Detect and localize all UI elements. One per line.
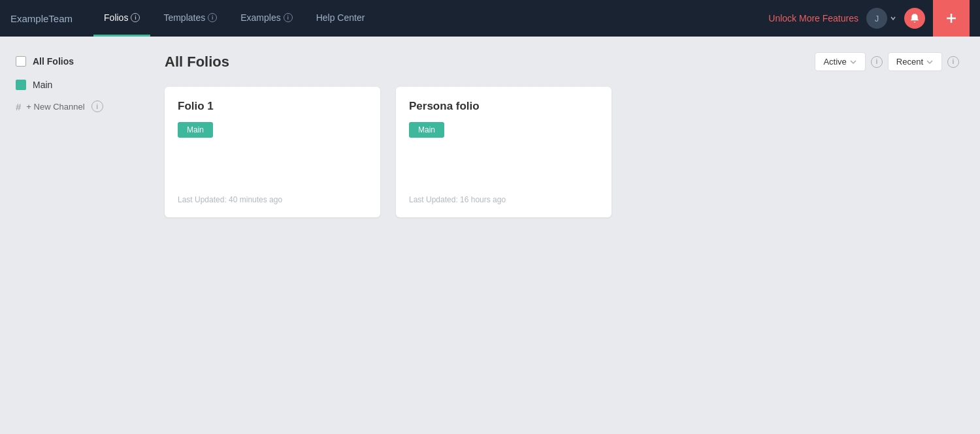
folio-card-1[interactable]: Folio 1 Main Last Updated: 40 minutes ag…: [165, 87, 380, 217]
folios-grid: Folio 1 Main Last Updated: 40 minutes ag…: [165, 87, 959, 217]
plus-icon: [945, 12, 958, 25]
sidebar-all-folios[interactable]: All Folios: [10, 52, 133, 70]
status-filter-info-icon[interactable]: i: [871, 56, 883, 68]
tab-help[interactable]: Help Center: [306, 1, 376, 37]
status-chevron-icon: [849, 58, 857, 66]
folio-card-2-tag: Main: [409, 122, 444, 138]
sidebar: All Folios Main # + New Channel i: [0, 37, 144, 434]
tab-templates-label: Templates: [163, 12, 205, 23]
tab-folios[interactable]: Folios i: [93, 1, 150, 37]
new-channel-button[interactable]: # + New Channel i: [10, 97, 133, 116]
chevron-down-icon: [890, 15, 896, 22]
topnav: ExampleTeam Folios i Templates i Example…: [0, 0, 980, 37]
brand-label: ExampleTeam: [10, 13, 73, 24]
sidebar-item-main[interactable]: Main: [10, 76, 133, 94]
sort-chevron-icon: [926, 58, 934, 66]
sort-filter-info-icon[interactable]: i: [947, 56, 959, 68]
all-folios-label: All Folios: [33, 56, 74, 67]
user-menu[interactable]: J: [866, 8, 896, 29]
sort-filter[interactable]: Recent: [888, 52, 942, 71]
sort-filter-label: Recent: [896, 57, 923, 67]
notifications-bell[interactable]: [904, 8, 925, 29]
folio-card-1-tag: Main: [178, 122, 213, 138]
page-header: All Folios Active i Recent i: [165, 52, 959, 71]
unlock-link[interactable]: Unlock More Features: [768, 13, 858, 23]
add-button[interactable]: [933, 0, 970, 37]
tab-examples-label: Examples: [240, 12, 280, 23]
folio-card-2-updated: Last Updated: 16 hours ago: [409, 185, 598, 204]
folio-card-2[interactable]: Persona folio Main Last Updated: 16 hour…: [396, 87, 612, 217]
examples-info-icon[interactable]: i: [284, 13, 293, 22]
new-channel-label: + New Channel: [26, 102, 84, 112]
topnav-right: Unlock More Features J: [768, 0, 970, 37]
main-content: All Folios Active i Recent i: [144, 37, 980, 434]
folio-card-1-title: Folio 1: [178, 100, 367, 113]
bell-icon: [909, 13, 920, 23]
layout: All Folios Main # + New Channel i All Fo…: [0, 37, 980, 434]
hash-icon: #: [16, 101, 21, 112]
nav-tabs: Folios i Templates i Examples i Help Cen…: [93, 1, 768, 37]
channel-color-dot: [16, 80, 26, 90]
avatar-initial: J: [875, 14, 879, 23]
page-title: All Folios: [165, 54, 229, 70]
tab-help-label: Help Center: [316, 12, 365, 23]
status-filter[interactable]: Active: [815, 52, 865, 71]
folio-card-2-title: Persona folio: [409, 100, 598, 113]
tab-examples[interactable]: Examples i: [230, 1, 302, 37]
tab-templates[interactable]: Templates i: [153, 1, 227, 37]
status-filter-label: Active: [823, 57, 846, 67]
filter-bar: Active i Recent i: [815, 52, 959, 71]
folios-info-icon[interactable]: i: [131, 13, 140, 22]
channel-label: Main: [33, 80, 52, 90]
all-folios-checkbox[interactable]: [16, 56, 26, 67]
templates-info-icon[interactable]: i: [208, 13, 217, 22]
new-channel-info-icon[interactable]: i: [91, 101, 103, 112]
tab-folios-label: Folios: [104, 12, 128, 23]
folio-card-1-updated: Last Updated: 40 minutes ago: [178, 185, 367, 204]
avatar[interactable]: J: [866, 8, 887, 29]
